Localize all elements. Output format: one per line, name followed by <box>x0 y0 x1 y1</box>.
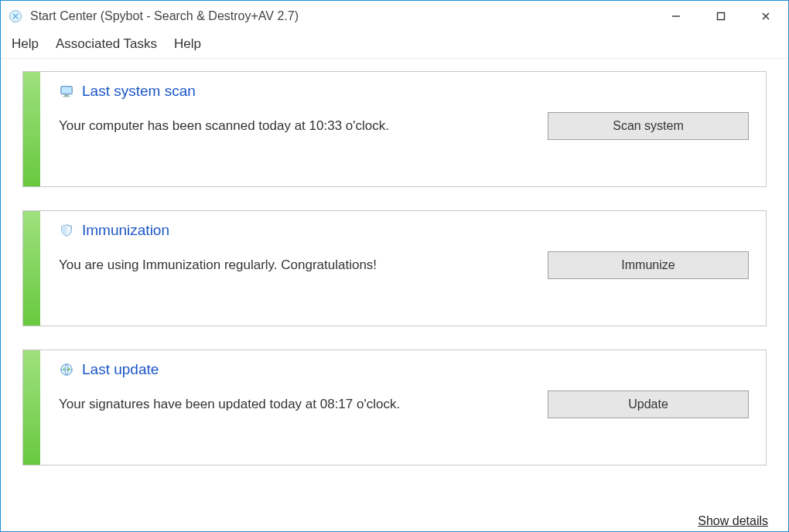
button-label: Update <box>628 397 668 411</box>
button-label: Immunize <box>621 258 675 272</box>
card-last-update: Last update Your signatures have been up… <box>22 350 767 466</box>
titlebar: Start Center (Spybot - Search & Destroy+… <box>1 1 788 32</box>
svg-rect-2 <box>718 13 725 20</box>
maximize-button[interactable] <box>698 1 743 32</box>
menu-help[interactable]: Help <box>12 36 39 52</box>
card-immunization: Immunization You are using Immunization … <box>22 210 767 326</box>
status-stripe-ok <box>23 211 40 326</box>
card-title: Immunization <box>82 222 169 239</box>
app-icon <box>7 8 24 25</box>
update-button[interactable]: Update <box>548 390 749 418</box>
close-button[interactable] <box>743 1 788 32</box>
app-window: Start Center (Spybot - Search & Destroy+… <box>0 0 789 532</box>
status-stripe-ok <box>23 72 40 186</box>
menubar: Help Associated Tasks Help <box>1 32 788 59</box>
svg-rect-3 <box>61 87 72 94</box>
svg-rect-5 <box>63 96 70 97</box>
card-last-system-scan: Last system scan Your computer has been … <box>22 71 767 187</box>
immunize-button[interactable]: Immunize <box>548 251 749 279</box>
show-details-link[interactable]: Show details <box>698 514 768 528</box>
card-title: Last update <box>82 361 159 378</box>
shield-icon <box>59 223 74 238</box>
card-description: Your signatures have been updated today … <box>59 396 534 413</box>
card-description: Your computer has been scanned today at … <box>59 118 534 135</box>
monitor-icon <box>59 84 74 99</box>
menu-associated-tasks[interactable]: Associated Tasks <box>56 36 157 52</box>
scan-system-button[interactable]: Scan system <box>548 112 749 140</box>
window-controls <box>654 1 788 32</box>
card-title: Last system scan <box>82 83 196 100</box>
globe-icon <box>59 362 74 377</box>
content-area: Last system scan Your computer has been … <box>1 59 788 531</box>
status-stripe-ok <box>23 350 40 465</box>
window-title: Start Center (Spybot - Search & Destroy+… <box>30 9 299 23</box>
card-description: You are using Immunization regularly. Co… <box>59 257 534 274</box>
menu-help-2[interactable]: Help <box>174 36 201 52</box>
svg-rect-4 <box>64 95 68 97</box>
button-label: Scan system <box>613 119 684 133</box>
minimize-button[interactable] <box>654 1 698 32</box>
